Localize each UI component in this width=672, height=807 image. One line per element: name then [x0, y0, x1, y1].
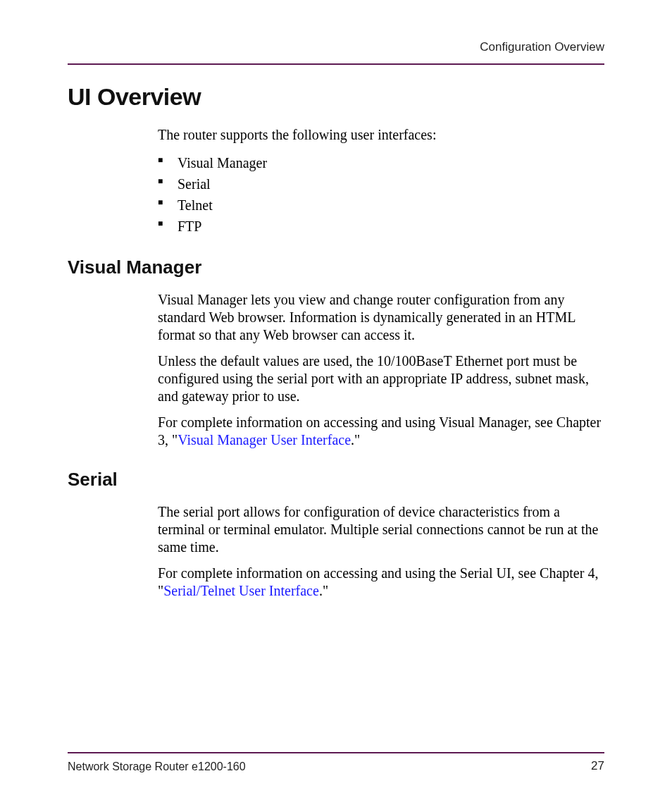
- body-text: Unless the default values are used, the …: [158, 352, 604, 405]
- text-run: .": [319, 583, 328, 598]
- intro-text: The router supports the following user i…: [158, 126, 604, 144]
- footer-rule: [68, 752, 604, 753]
- content-area: UI Overview The router supports the foll…: [68, 41, 604, 600]
- body-text: For complete information on accessing an…: [158, 414, 604, 449]
- visual-manager-block: Visual Manager lets you view and change …: [158, 291, 604, 449]
- page: Configuration Overview UI Overview The r…: [0, 0, 672, 807]
- body-text: The serial port allows for configuration…: [158, 503, 604, 556]
- interface-list: Visual Manager Serial Telnet FTP: [158, 152, 604, 237]
- intro-block: The router supports the following user i…: [158, 126, 604, 237]
- visual-manager-heading: Visual Manager: [68, 257, 604, 278]
- serial-block: The serial port allows for configuration…: [158, 503, 604, 600]
- list-item: Telnet: [158, 195, 604, 216]
- body-text: Visual Manager lets you view and change …: [158, 291, 604, 344]
- body-text: For complete information on accessing an…: [158, 565, 604, 600]
- text-run: .": [351, 432, 360, 448]
- footer-page-number: 27: [591, 759, 604, 773]
- list-item: FTP: [158, 216, 604, 237]
- link-serial-telnet-ui[interactable]: Serial/Telnet User Interface: [163, 583, 319, 598]
- serial-heading: Serial: [68, 469, 604, 491]
- link-visual-manager-ui[interactable]: Visual Manager User Interface: [178, 432, 351, 448]
- list-item: Serial: [158, 173, 604, 195]
- running-header: Configuration Overview: [480, 40, 604, 54]
- header-rule: [68, 63, 604, 65]
- list-item: Visual Manager: [158, 152, 604, 173]
- page-title: UI Overview: [68, 83, 604, 111]
- footer-doc-title: Network Storage Router e1200-160: [68, 760, 246, 773]
